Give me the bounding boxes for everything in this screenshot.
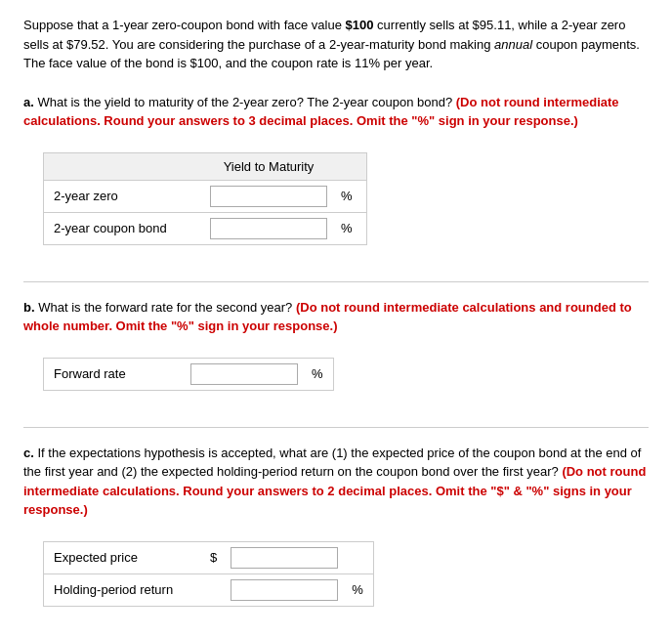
question-a-header-empty (44, 153, 200, 181)
divider-ab (23, 281, 649, 282)
question-c-row2-empty (200, 573, 221, 606)
divider-bc (23, 427, 649, 428)
table-row: Forward rate % (44, 359, 333, 390)
question-c-text: If the expectations hypothesis is accept… (23, 446, 641, 480)
question-c-block: c. If the expectations hypothesis is acc… (23, 444, 649, 619)
question-b-unit: % (308, 359, 333, 390)
question-a-row1-label: 2-year zero (44, 180, 200, 212)
question-c-table-container: Expected price $ Holding-period return (43, 541, 374, 607)
question-a-block: a. What is the yield to maturity of the … (23, 93, 649, 258)
table-row: Expected price $ (44, 542, 373, 574)
question-a-header-ytm: Yield to Maturity (200, 153, 337, 181)
question-c-row1-unit-empty (348, 542, 373, 574)
question-b-text: What is the forward rate for the second … (38, 300, 292, 315)
table-row: 2-year coupon bond % (44, 212, 366, 244)
question-a-row1-unit: % (337, 180, 366, 212)
question-a-table-container: Yield to Maturity 2-year zero % 2-year c… (43, 152, 367, 245)
table-row: Holding-period return % (44, 573, 373, 606)
dollar-sign: $ (210, 550, 217, 565)
question-a-row1-input-cell (200, 180, 337, 212)
intro-paragraph: Suppose that a 1-year zero-coupon bond w… (23, 16, 649, 73)
question-c-row2-input-cell (221, 573, 348, 606)
question-c-letter: c. (23, 446, 34, 460)
question-c-row1-label: Expected price (44, 542, 200, 574)
question-c-row2-label: Holding-period return (44, 573, 200, 606)
question-a-letter: a. (23, 95, 34, 109)
question-b-table: Forward rate % (44, 359, 333, 390)
intro-text: Suppose that a 1-year zero-coupon bond w… (23, 18, 640, 70)
question-a-row2-input[interactable] (210, 218, 327, 239)
question-a-table: Yield to Maturity 2-year zero % 2-year c… (44, 153, 366, 244)
question-b-input[interactable] (190, 363, 298, 385)
question-b-table-container: Forward rate % (43, 358, 334, 391)
question-a-row2-unit: % (337, 212, 366, 244)
table-row: 2-year zero % (44, 180, 366, 212)
question-a-row1-input[interactable] (210, 186, 327, 207)
question-c-row1-input-cell (221, 542, 348, 574)
question-b-block: b. What is the forward rate for the seco… (23, 298, 649, 403)
question-c-row1-input[interactable] (231, 547, 338, 569)
question-a-header-unit (337, 153, 366, 181)
question-a-row2-label: 2-year coupon bond (44, 212, 200, 244)
question-c-row2-unit: % (348, 573, 373, 606)
question-b-row-input-cell (181, 359, 308, 390)
question-a-row2-input-cell (200, 212, 337, 244)
question-a-text: What is the yield to maturity of the 2-y… (37, 95, 452, 109)
question-b-letter: b. (23, 300, 35, 315)
question-b-row-label: Forward rate (44, 359, 181, 390)
question-c-table: Expected price $ Holding-period return (44, 542, 373, 606)
question-c-row2-input[interactable] (231, 579, 338, 601)
question-c-dollar-cell: $ (200, 542, 221, 574)
